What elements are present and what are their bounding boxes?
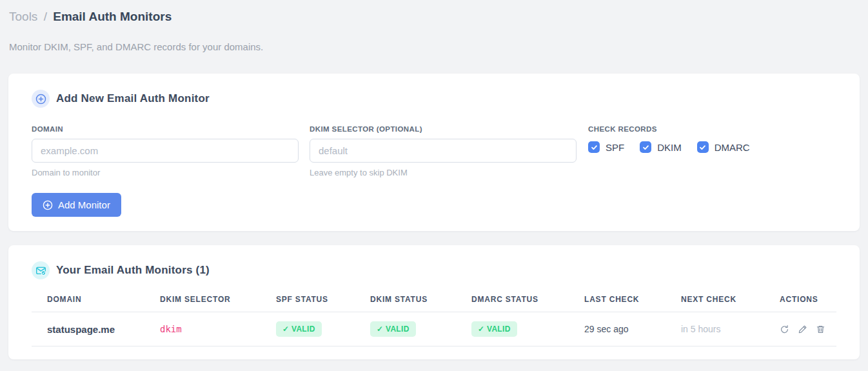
monitors-table: DOMAIN DKIM SELECTOR SPF STATUS DKIM STA… (32, 288, 836, 346)
edit-button[interactable] (798, 325, 807, 334)
column-header-dmarc-status: DMARC STATUS (456, 288, 569, 312)
page-subtitle: Monitor DKIM, SPF, and DMARC records for… (9, 41, 859, 52)
refresh-button[interactable] (780, 325, 789, 334)
dkim-selector-field-label: DKIM SELECTOR (OPTIONAL) (310, 125, 577, 133)
page-header: Tools / Email Auth Monitors Monitor DKIM… (0, 0, 868, 52)
check-icon (591, 144, 598, 151)
column-header-domain: DOMAIN (32, 288, 144, 312)
check-records-group: CHECK RECORDS SPF DKIM (588, 125, 765, 153)
add-monitor-card-title: Add New Email Auth Monitor (56, 92, 210, 105)
dkim-selector-field-group: DKIM SELECTOR (OPTIONAL) Leave empty to … (310, 125, 577, 177)
delete-button[interactable] (816, 325, 825, 334)
check-icon (699, 144, 706, 151)
plus-circle-icon (32, 90, 50, 108)
table-header-row: DOMAIN DKIM SELECTOR SPF STATUS DKIM STA… (32, 288, 836, 312)
checkbox-dmarc-box[interactable] (697, 141, 709, 153)
domain-input[interactable] (32, 139, 299, 163)
table-row: statuspage.me dkim ✓ VALID ✓ VALID ✓ VAL… (32, 312, 836, 346)
check-icon (642, 144, 649, 151)
row-actions (780, 325, 831, 334)
checkbox-dkim-box[interactable] (640, 141, 651, 153)
column-header-next-check: NEXT CHECK (666, 288, 764, 312)
column-header-actions: ACTIONS (764, 288, 836, 312)
checkbox-spf-box[interactable] (588, 141, 600, 153)
envelope-check-icon (32, 261, 50, 279)
spf-status-badge: ✓ VALID (276, 321, 322, 337)
checkbox-dkim-label: DKIM (657, 142, 682, 153)
dmarc-status-badge: ✓ VALID (471, 321, 517, 337)
dkim-selector-field-hint: Leave empty to skip DKIM (310, 168, 577, 177)
pencil-icon (798, 325, 807, 334)
checkbox-dkim[interactable]: DKIM (640, 141, 682, 153)
breadcrumb: Tools / Email Auth Monitors (9, 8, 859, 26)
domain-field-hint: Domain to monitor (32, 168, 299, 177)
add-monitor-card-header: Add New Email Auth Monitor (32, 90, 836, 108)
domain-field-label: DOMAIN (32, 125, 299, 133)
plus-circle-icon (43, 200, 53, 210)
monitor-last-check: 29 sec ago (569, 312, 666, 346)
add-monitor-card: Add New Email Auth Monitor DOMAIN Domain… (8, 74, 860, 231)
checkbox-dmarc-label: DMARC (715, 142, 750, 153)
column-header-spf-status: SPF STATUS (261, 288, 355, 312)
monitor-domain: statuspage.me (32, 312, 144, 346)
add-monitor-button[interactable]: Add Monitor (32, 193, 121, 217)
column-header-dkim-status: DKIM STATUS (355, 288, 456, 312)
trash-icon (816, 325, 825, 334)
monitor-next-check: in 5 hours (666, 312, 764, 346)
monitor-dkim-selector: dkim (144, 312, 261, 346)
checkbox-spf[interactable]: SPF (588, 141, 624, 153)
monitors-card-title: Your Email Auth Monitors (1) (56, 264, 210, 277)
page-title: Email Auth Monitors (53, 10, 172, 23)
check-records-label: CHECK RECORDS (588, 125, 765, 133)
checkbox-spf-label: SPF (606, 142, 624, 153)
breadcrumb-separator: / (44, 10, 47, 23)
domain-field-group: DOMAIN Domain to monitor (32, 125, 299, 177)
column-header-dkim-selector: DKIM SELECTOR (144, 288, 261, 312)
add-monitor-button-label: Add Monitor (58, 199, 110, 210)
monitors-card: Your Email Auth Monitors (1) DOMAIN DKIM… (8, 245, 860, 359)
check-records-row: SPF DKIM DMARC (588, 141, 765, 153)
add-monitor-form: DOMAIN Domain to monitor DKIM SELECTOR (… (32, 125, 836, 177)
checkbox-dmarc[interactable]: DMARC (697, 141, 750, 153)
monitors-card-header: Your Email Auth Monitors (1) (32, 261, 836, 279)
breadcrumb-tools-link[interactable]: Tools (9, 10, 37, 23)
column-header-last-check: LAST CHECK (569, 288, 666, 312)
refresh-icon (780, 325, 789, 334)
dkim-status-badge: ✓ VALID (370, 321, 416, 337)
dkim-selector-input[interactable] (310, 139, 577, 163)
